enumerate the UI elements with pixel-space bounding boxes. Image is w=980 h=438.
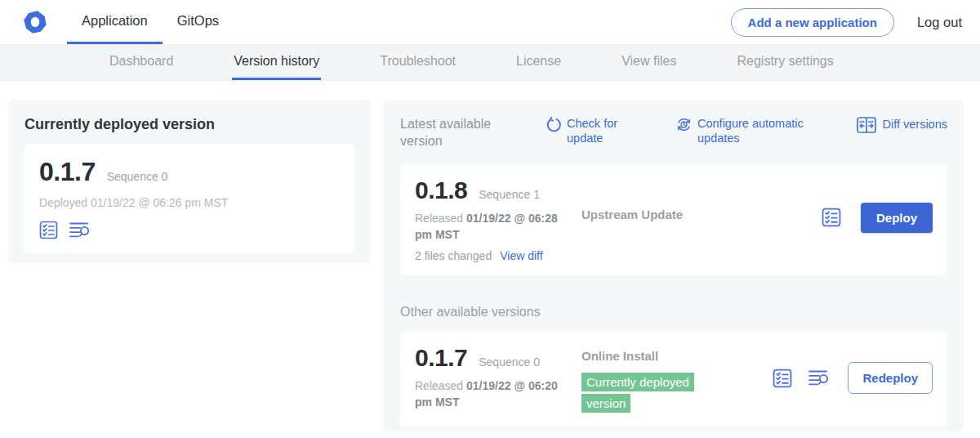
version-row-0-1-7: 0.1.7 Sequence 0 Released 01/19/22 @ 06:… — [400, 331, 947, 427]
auto-update-icon — [676, 117, 692, 132]
current-deployed-timestamp: Deployed 01/19/22 @ 06:26 pm MST — [39, 196, 340, 209]
refresh-icon — [546, 117, 561, 132]
nav-tab-gitops-label: GitOps — [177, 13, 219, 29]
tab-troubleshoot[interactable]: Troubleshoot — [378, 45, 457, 80]
released-label: Released — [415, 212, 463, 225]
view-logs-icon[interactable] — [69, 221, 92, 239]
tab-registry-settings[interactable]: Registry settings — [735, 45, 835, 80]
top-nav: Application GitOps — [67, 0, 234, 44]
tab-dashboard-label: Dashboard — [109, 54, 173, 69]
tab-view-files[interactable]: View files — [620, 45, 678, 80]
other-released-line: Released 01/19/22 @ 06:20 pm MST — [415, 378, 574, 411]
add-new-application-button[interactable]: Add a new application — [731, 8, 894, 37]
check-for-update-label: Check for update — [567, 116, 624, 145]
version-row-0-1-8: 0.1.8 Sequence 1 Released 01/19/22 @ 06:… — [400, 163, 947, 276]
latest-released-line: Released 01/19/22 @ 06:28 pm MST — [415, 210, 574, 244]
redeploy-button[interactable]: Redeploy — [848, 362, 933, 394]
configure-automatic-updates-link[interactable]: Configure automatic updates — [676, 116, 812, 145]
latest-version-number: 0.1.8 — [415, 177, 467, 204]
tab-version-history-label: Version history — [234, 54, 319, 69]
tab-registry-settings-label: Registry settings — [737, 54, 833, 69]
tab-view-files-label: View files — [621, 54, 676, 69]
check-for-update-link[interactable]: Check for update — [546, 116, 624, 145]
latest-source-label: Upstream Update — [581, 208, 683, 221]
currently-deployed-panel: Currently deployed version 0.1.7 Sequenc… — [8, 100, 371, 263]
nav-tab-application[interactable]: Application — [67, 0, 163, 44]
other-source-label: Online Install — [581, 349, 658, 363]
other-available-versions-title: Other available versions — [400, 305, 947, 320]
tab-dashboard[interactable]: Dashboard — [108, 45, 175, 80]
release-notes-icon[interactable] — [822, 208, 841, 227]
app-subnav: Dashboard Version history Troubleshoot L… — [0, 45, 980, 81]
deploy-button[interactable]: Deploy — [861, 203, 933, 233]
tab-license[interactable]: License — [514, 45, 563, 80]
main-content: Currently deployed version 0.1.7 Sequenc… — [0, 81, 980, 438]
top-header: Application GitOps Add a new application… — [0, 0, 980, 45]
logout-link[interactable]: Log out — [917, 15, 962, 30]
release-notes-icon[interactable] — [773, 369, 792, 388]
app-logo — [23, 0, 47, 44]
current-version-sequence: Sequence 0 — [107, 170, 168, 183]
other-version-sequence: Sequence 0 — [479, 355, 540, 369]
diff-versions-icon — [857, 117, 876, 133]
header-right: Add a new application Log out — [731, 0, 980, 44]
view-diff-link[interactable]: View diff — [500, 249, 542, 262]
currently-deployed-title: Currently deployed version — [24, 116, 354, 133]
diff-versions-label: Diff versions — [882, 117, 947, 132]
available-updates-panel: Latest available version Check for updat… — [384, 100, 964, 431]
latest-available-title: Latest available version — [400, 116, 508, 150]
release-notes-icon[interactable] — [39, 221, 58, 239]
files-changed-text: 2 files changed — [415, 249, 492, 262]
currently-deployed-badge: Currently deployed version — [581, 373, 694, 413]
diff-versions-link[interactable]: Diff versions — [857, 116, 947, 133]
tab-license-label: License — [516, 54, 561, 69]
current-version-number: 0.1.7 — [39, 157, 96, 187]
currently-deployed-card: 0.1.7 Sequence 0 Deployed 01/19/22 @ 06:… — [24, 144, 354, 253]
tab-troubleshoot-label: Troubleshoot — [380, 54, 456, 69]
configure-automatic-updates-label: Configure automatic updates — [697, 116, 812, 145]
nav-tab-application-label: Application — [82, 13, 148, 29]
nav-tab-gitops[interactable]: GitOps — [163, 0, 234, 44]
released-label: Released — [415, 379, 463, 392]
tab-version-history[interactable]: Version history — [232, 45, 321, 80]
latest-version-sequence: Sequence 1 — [479, 188, 540, 201]
other-version-number: 0.1.7 — [415, 344, 467, 372]
kots-logo-icon — [23, 10, 47, 34]
view-logs-icon[interactable] — [808, 369, 831, 387]
latest-available-header: Latest available version Check for updat… — [400, 116, 947, 150]
